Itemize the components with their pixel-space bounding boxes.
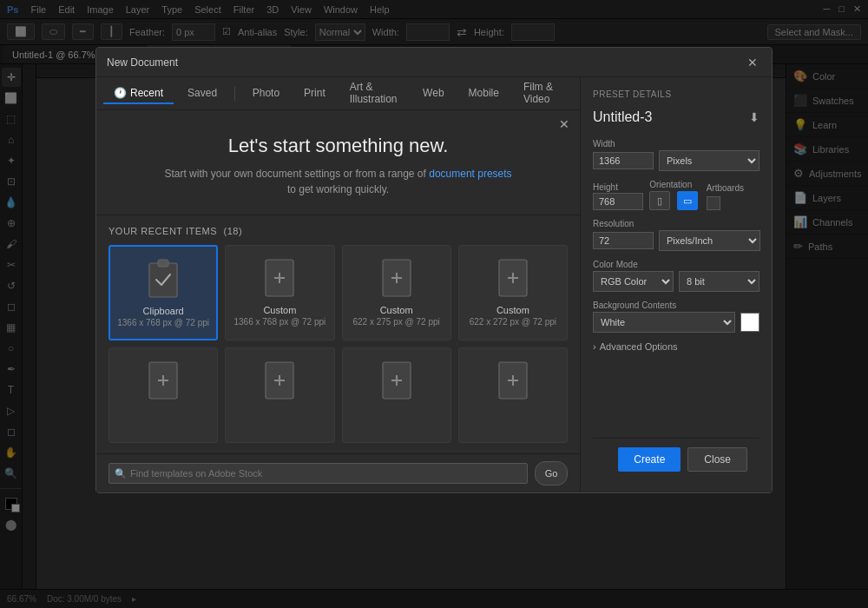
tab-photo-label: Photo xyxy=(253,87,279,99)
bg-color-swatch[interactable] xyxy=(740,313,760,332)
item-1-dims: 1366 x 768 px @ 72 ppi xyxy=(117,318,209,327)
intro-subtext: Start with your own document settings or… xyxy=(114,166,562,197)
advanced-options-label: Advanced Options xyxy=(600,341,678,352)
item-icon-1 xyxy=(146,257,181,301)
close-button[interactable]: Close xyxy=(687,447,747,472)
save-preset-icon[interactable]: ⬇ xyxy=(749,110,760,124)
recent-item-2[interactable]: Custom 1366 x 768 px @ 72 ppi xyxy=(225,245,334,340)
intro-heading: Let's start something new. xyxy=(114,135,562,157)
recent-item-4[interactable]: Custom 622 x 272 px @ 72 ppi xyxy=(458,245,568,340)
bg-contents-label: Background Contents xyxy=(593,301,760,310)
recent-item-5[interactable] xyxy=(108,347,218,443)
create-button[interactable]: Create xyxy=(618,447,681,472)
tab-art-label: Art & Illustration xyxy=(350,81,398,105)
orientation-landscape[interactable]: ▭ xyxy=(677,191,698,210)
tab-mobile[interactable]: Mobile xyxy=(458,83,510,104)
intro-line2: to get working quickly. xyxy=(287,183,389,195)
tab-film-label: Film & Video xyxy=(523,81,562,105)
color-mode-field-row: RGB Color CMYK Color Grayscale 8 bit 16 … xyxy=(593,271,760,292)
preset-name: Untitled-3 xyxy=(593,109,652,125)
tab-print-label: Print xyxy=(304,87,326,99)
width-field-row: Pixels Inches Centimeters xyxy=(593,150,760,171)
modal-tabs: 🕐 Recent Saved Photo Print Art & Illustr xyxy=(96,77,580,110)
item-3-dims: 622 x 275 px @ 72 ppi xyxy=(353,317,440,327)
item-1-name: Clipboard xyxy=(143,306,184,316)
bg-contents-field-group: Background Contents White Black Backgrou… xyxy=(593,301,760,333)
intro-presets-link[interactable]: document presets xyxy=(429,168,511,180)
advanced-options-row[interactable]: › Advanced Options xyxy=(593,341,760,352)
recent-item-3[interactable]: Custom 622 x 275 px @ 72 ppi xyxy=(342,245,451,340)
artboards-checkbox[interactable] xyxy=(707,196,720,210)
svg-rect-1 xyxy=(158,260,168,267)
modal-overlay: New Document ✕ 🕐 Recent Saved xyxy=(0,0,868,608)
item-icon-6 xyxy=(262,359,297,402)
item-icon-7 xyxy=(379,359,414,402)
recent-item-1[interactable]: Clipboard 1366 x 768 px @ 72 ppi xyxy=(108,245,218,340)
color-mode-select[interactable]: RGB Color CMYK Color Grayscale xyxy=(593,271,674,292)
orientation-buttons: ▯ ▭ xyxy=(649,191,702,210)
tab-print[interactable]: Print xyxy=(293,83,336,104)
height-orientation-row: Height Orientation ▯ ▭ Artboards xyxy=(593,180,760,210)
width-field-group: Width Pixels Inches Centimeters xyxy=(593,139,760,171)
item-icon-4 xyxy=(496,256,530,300)
tab-saved[interactable]: Saved xyxy=(177,83,227,104)
tab-art[interactable]: Art & Illustration xyxy=(339,77,409,110)
bit-depth-select[interactable]: 8 bit 16 bit 32 bit xyxy=(679,271,760,292)
orientation-label: Orientation xyxy=(649,180,702,189)
recent-section: YOUR RECENT ITEMS (18) xyxy=(96,215,580,453)
tab-photo[interactable]: Photo xyxy=(242,83,290,104)
resolution-field-group: Resolution Pixels/Inch Pixels/Centimeter xyxy=(593,219,760,251)
height-field-group: Height xyxy=(593,182,646,210)
tab-web[interactable]: Web xyxy=(412,83,454,104)
height-field-input[interactable] xyxy=(593,193,643,210)
modal-close-btn[interactable]: ✕ xyxy=(744,54,761,71)
intro-line1: Start with your own document settings or… xyxy=(164,168,425,180)
item-4-name: Custom xyxy=(496,305,529,315)
preset-name-row: Untitled-3 ⬇ xyxy=(593,109,760,125)
modal-header: New Document ✕ xyxy=(96,48,772,77)
item-icon-3 xyxy=(379,256,414,300)
preset-label: PRESET DETAILS xyxy=(593,89,760,99)
item-2-dims: 1366 x 768 px @ 72 ppi xyxy=(233,317,326,327)
search-icon: 🔍 xyxy=(115,468,127,479)
item-2-name: Custom xyxy=(263,305,296,315)
orientation-portrait[interactable]: ▯ xyxy=(649,191,670,210)
intro-close-btn[interactable]: ✕ xyxy=(559,117,569,131)
color-mode-label: Color Mode xyxy=(593,260,760,269)
item-icon-8 xyxy=(496,359,530,402)
resolution-field-row: Pixels/Inch Pixels/Centimeter xyxy=(593,230,760,251)
new-document-modal: New Document ✕ 🕐 Recent Saved xyxy=(95,47,773,493)
recent-item-7[interactable] xyxy=(342,347,451,443)
modal-intro: ✕ Let's start something new. Start with … xyxy=(96,110,580,215)
recent-item-8[interactable] xyxy=(458,347,568,443)
width-unit-select[interactable]: Pixels Inches Centimeters xyxy=(659,150,760,171)
tab-recent[interactable]: 🕐 Recent xyxy=(103,83,174,104)
tab-saved-label: Saved xyxy=(187,87,217,99)
recent-item-6[interactable] xyxy=(225,347,334,443)
items-grid: Clipboard 1366 x 768 px @ 72 ppi xyxy=(108,245,568,443)
chevron-right-icon: › xyxy=(593,341,596,352)
resolution-input[interactable] xyxy=(593,232,654,249)
bg-contents-select[interactable]: White Black Background Color Transparent xyxy=(593,312,735,333)
artboards-field-group: Artboards xyxy=(707,183,760,210)
height-label: Height xyxy=(593,182,646,192)
orientation-field-group: Orientation ▯ ▭ xyxy=(649,180,702,210)
width-field-input[interactable] xyxy=(593,152,654,169)
recent-header-text: YOUR RECENT ITEMS xyxy=(108,226,217,236)
search-go-btn[interactable]: Go xyxy=(535,461,568,486)
resolution-unit-select[interactable]: Pixels/Inch Pixels/Centimeter xyxy=(659,230,760,251)
modal-left-panel: 🕐 Recent Saved Photo Print Art & Illustr xyxy=(96,77,581,492)
recent-header: YOUR RECENT ITEMS (18) xyxy=(108,226,568,236)
tab-web-label: Web xyxy=(423,87,444,99)
modal-title: New Document xyxy=(107,56,744,69)
width-field-label: Width xyxy=(593,139,760,149)
recent-count: (18) xyxy=(224,226,243,236)
color-mode-field-group: Color Mode RGB Color CMYK Color Grayscal… xyxy=(593,260,760,292)
resolution-label: Resolution xyxy=(593,219,760,228)
recent-clock-icon: 🕐 xyxy=(114,87,127,99)
tab-film[interactable]: Film & Video xyxy=(513,77,573,110)
tab-mobile-label: Mobile xyxy=(469,87,499,99)
modal-footer: Create Close xyxy=(593,438,760,480)
template-search-input[interactable] xyxy=(108,463,528,484)
tab-recent-label: Recent xyxy=(130,87,163,99)
